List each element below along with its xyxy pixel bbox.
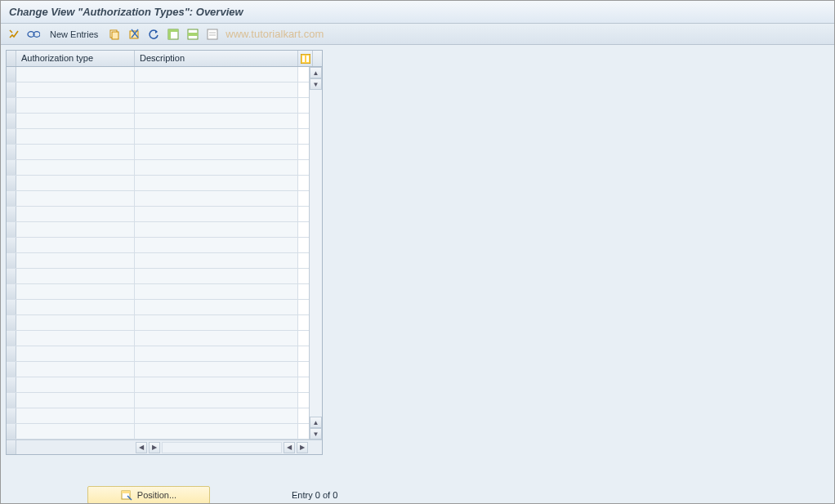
row-selector[interactable] [7,408,16,423]
cell-description[interactable] [135,424,298,439]
row-selector[interactable] [7,300,16,314]
scroll-left-icon[interactable]: ▶ [149,442,160,453]
table-row[interactable] [7,238,309,253]
table-row[interactable] [7,160,309,176]
row-selector[interactable] [7,83,16,97]
cell-authorization-type[interactable] [16,300,135,314]
table-row[interactable] [7,114,309,129]
cell-description[interactable] [135,145,298,159]
row-selector[interactable] [7,67,16,82]
cell-authorization-type[interactable] [16,346,135,361]
row-selector[interactable] [7,346,16,361]
cell-authorization-type[interactable] [16,408,135,423]
table-row[interactable] [7,408,309,424]
table-row[interactable] [7,300,309,315]
row-selector[interactable] [7,114,16,128]
table-settings-icon[interactable] [298,51,313,66]
scroll-down-icon[interactable]: ▼ [310,428,322,439]
table-row[interactable] [7,346,309,362]
table-row[interactable] [7,83,309,98]
cell-description[interactable] [135,253,298,268]
scroll-left-first-icon[interactable]: ◀ [136,442,147,453]
row-selector[interactable] [7,207,16,221]
cell-authorization-type[interactable] [16,207,135,221]
table-row[interactable] [7,207,309,222]
details-icon[interactable] [25,26,42,42]
row-selector[interactable] [7,253,16,268]
row-selector[interactable] [7,331,16,346]
cell-authorization-type[interactable] [16,129,135,144]
cell-authorization-type[interactable] [16,160,135,175]
copy-icon[interactable] [106,26,123,42]
cell-authorization-type[interactable] [16,83,135,97]
table-row[interactable] [7,284,309,300]
table-row[interactable] [7,377,309,393]
cell-authorization-type[interactable] [16,269,135,283]
row-selector[interactable] [7,424,16,439]
cell-authorization-type[interactable] [16,114,135,128]
cell-authorization-type[interactable] [16,362,135,377]
cell-description[interactable] [135,408,298,423]
table-row[interactable] [7,176,309,191]
table-row[interactable] [7,315,309,331]
table-row[interactable] [7,393,309,408]
cell-description[interactable] [135,238,298,252]
cell-authorization-type[interactable] [16,176,135,190]
cell-description[interactable] [135,284,298,299]
row-selector[interactable] [7,362,16,377]
cell-authorization-type[interactable] [16,253,135,268]
column-header-description[interactable]: Description [135,51,298,66]
cell-authorization-type[interactable] [16,145,135,159]
cell-authorization-type[interactable] [16,67,135,82]
cell-description[interactable] [135,114,298,128]
table-row[interactable] [7,424,309,439]
cell-description[interactable] [135,362,298,377]
table-row[interactable] [7,145,309,160]
scroll-right-last-icon[interactable]: ▶ [297,442,308,453]
scroll-right-icon[interactable]: ◀ [284,442,295,453]
cell-description[interactable] [135,191,298,206]
cell-authorization-type[interactable] [16,191,135,206]
cell-description[interactable] [135,393,298,408]
row-selector[interactable] [7,238,16,252]
cell-authorization-type[interactable] [16,331,135,346]
cell-authorization-type[interactable] [16,284,135,299]
row-selector[interactable] [7,315,16,330]
cell-description[interactable] [135,222,298,237]
cell-authorization-type[interactable] [16,393,135,408]
cell-description[interactable] [135,176,298,190]
table-row[interactable] [7,98,309,114]
table-row[interactable] [7,67,309,83]
row-selector[interactable] [7,145,16,159]
cell-description[interactable] [135,67,298,82]
scroll-down-step-icon[interactable]: ▲ [310,417,322,428]
table-row[interactable] [7,331,309,346]
cell-authorization-type[interactable] [16,315,135,330]
vertical-scrollbar[interactable]: ▲ ▼ ▲ ▼ [309,67,322,439]
cell-description[interactable] [135,129,298,144]
toggle-display-change-icon[interactable] [6,26,22,42]
scroll-up-step-icon[interactable]: ▼ [310,78,322,90]
column-header-authorization-type[interactable]: Authorization type [16,51,135,66]
delete-icon[interactable] [126,26,142,42]
cell-description[interactable] [135,83,298,97]
row-selector-header[interactable] [7,51,16,66]
cell-description[interactable] [135,98,298,113]
row-selector[interactable] [7,377,16,392]
row-selector[interactable] [7,129,16,144]
hscroll-track[interactable] [162,442,282,453]
row-selector[interactable] [7,269,16,283]
table-row[interactable] [7,269,309,284]
cell-description[interactable] [135,300,298,314]
horizontal-scrollbar[interactable]: ◀ ▶ ◀ ▶ [135,440,309,454]
scroll-up-icon[interactable]: ▲ [310,67,322,78]
cell-authorization-type[interactable] [16,377,135,392]
select-block-icon[interactable] [185,26,201,42]
cell-description[interactable] [135,207,298,221]
row-selector[interactable] [7,98,16,113]
cell-description[interactable] [135,160,298,175]
scroll-track[interactable] [310,90,322,417]
cell-description[interactable] [135,331,298,346]
table-row[interactable] [7,362,309,377]
table-row[interactable] [7,191,309,207]
